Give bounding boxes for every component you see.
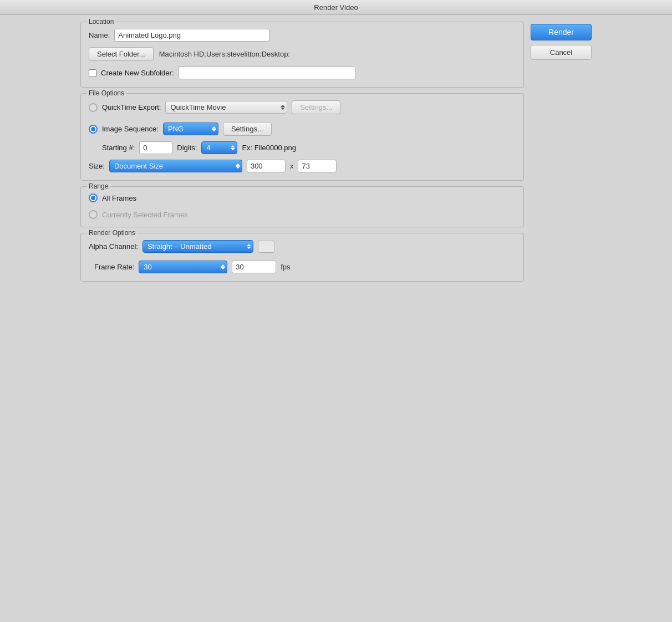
dialog-title: Render Video bbox=[314, 3, 358, 12]
file-options-section: File Options QuickTime Export: QuickTime… bbox=[80, 93, 524, 181]
range-legend: Range bbox=[86, 182, 110, 190]
digits-row: Starting #: Digits: 4 Ex: File0000.png bbox=[102, 141, 516, 154]
image-sequence-row: Image Sequence: PNG Settings... bbox=[89, 122, 516, 136]
digits-select-wrapper: 4 bbox=[201, 141, 237, 154]
fps-input[interactable] bbox=[232, 261, 276, 273]
fps-label: fps bbox=[281, 263, 290, 271]
starting-hash-input[interactable] bbox=[139, 141, 172, 154]
create-subfolder-label: Create New Subfolder: bbox=[101, 69, 174, 77]
digits-label: Digits: bbox=[177, 144, 197, 152]
main-content: Location Name: Select Folder... Macintos… bbox=[80, 22, 524, 282]
frame-rate-select[interactable]: 30 bbox=[139, 261, 227, 273]
frame-rate-label: Frame Rate: bbox=[94, 263, 134, 271]
quicktime-select[interactable]: QuickTime Movie bbox=[165, 101, 287, 114]
selected-frames-row: Currently Selected Frames bbox=[89, 210, 516, 219]
select-folder-row: Select Folder... Macintosh HD:Users:stev… bbox=[89, 47, 516, 61]
name-input[interactable] bbox=[114, 29, 269, 42]
color-swatch[interactable] bbox=[258, 241, 274, 253]
folder-path: Macintosh HD:Users:stevelitton:Desktop: bbox=[159, 50, 290, 58]
alpha-channel-row: Alpha Channel: Straight – Unmatted bbox=[89, 240, 516, 253]
location-section: Location Name: Select Folder... Macintos… bbox=[80, 22, 524, 88]
size-select[interactable]: Document Size bbox=[109, 160, 242, 172]
quicktime-radio[interactable] bbox=[89, 103, 98, 112]
all-frames-label: All Frames bbox=[102, 194, 136, 202]
quicktime-select-wrapper: QuickTime Movie bbox=[165, 101, 287, 114]
selected-frames-label: Currently Selected Frames bbox=[102, 211, 188, 219]
create-subfolder-checkbox[interactable] bbox=[89, 69, 96, 77]
alpha-channel-label: Alpha Channel: bbox=[89, 242, 138, 251]
image-sequence-select-wrapper: PNG bbox=[163, 123, 218, 135]
file-options-legend: File Options bbox=[86, 89, 126, 97]
size-height-input[interactable] bbox=[298, 160, 337, 172]
cancel-button[interactable]: Cancel bbox=[531, 45, 592, 60]
render-options-legend: Render Options bbox=[86, 229, 138, 237]
location-legend: Location bbox=[86, 18, 116, 26]
size-width-input[interactable] bbox=[247, 160, 286, 172]
size-label: Size: bbox=[89, 162, 105, 170]
alpha-select[interactable]: Straight – Unmatted bbox=[142, 240, 253, 253]
starting-hash-label: Starting #: bbox=[102, 144, 135, 152]
quicktime-row: QuickTime Export: QuickTime Movie Settin… bbox=[89, 100, 516, 114]
quicktime-settings-button[interactable]: Settings... bbox=[292, 100, 340, 114]
subfolder-row: Create New Subfolder: bbox=[89, 67, 516, 79]
sidebar: Render Cancel bbox=[531, 22, 592, 282]
all-frames-radio[interactable] bbox=[89, 193, 98, 202]
name-label: Name: bbox=[89, 31, 110, 39]
dialog: Location Name: Select Folder... Macintos… bbox=[73, 15, 599, 288]
size-row: Size: Document Size x bbox=[89, 160, 516, 172]
digits-select[interactable]: 4 bbox=[201, 141, 237, 154]
image-sequence-settings-button[interactable]: Settings... bbox=[223, 122, 272, 136]
size-select-wrapper: Document Size bbox=[109, 160, 242, 172]
range-section: Range All Frames Currently Selected Fram… bbox=[80, 186, 524, 227]
frame-rate-row: Frame Rate: 30 fps bbox=[94, 261, 516, 273]
example-text: Ex: File0000.png bbox=[242, 144, 296, 152]
x-label: x bbox=[290, 162, 294, 170]
title-bar: Render Video bbox=[0, 0, 672, 15]
select-folder-button[interactable]: Select Folder... bbox=[89, 47, 154, 61]
render-options-section: Render Options Alpha Channel: Straight –… bbox=[80, 233, 524, 282]
render-button[interactable]: Render bbox=[531, 24, 592, 40]
quicktime-label: QuickTime Export: bbox=[102, 103, 161, 111]
image-sequence-label: Image Sequence: bbox=[102, 125, 159, 133]
image-sequence-radio[interactable] bbox=[89, 125, 98, 134]
name-row: Name: bbox=[89, 29, 516, 42]
alpha-select-wrapper: Straight – Unmatted bbox=[142, 240, 253, 253]
frame-rate-select-wrapper: 30 bbox=[139, 261, 227, 273]
selected-frames-radio[interactable] bbox=[89, 210, 98, 219]
image-sequence-select[interactable]: PNG bbox=[163, 123, 218, 135]
all-frames-row: All Frames bbox=[89, 193, 516, 202]
subfolder-input[interactable] bbox=[179, 67, 356, 79]
